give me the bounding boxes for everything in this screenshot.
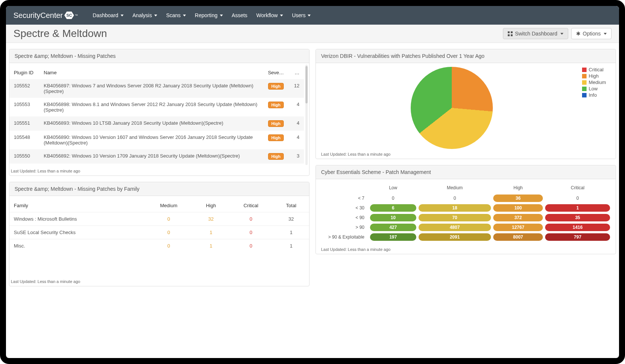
legend-label: Low xyxy=(589,86,598,91)
legend-swatch xyxy=(582,68,587,72)
col-name[interactable]: Name xyxy=(39,66,263,79)
nav-item-scans[interactable]: Scans xyxy=(166,12,186,18)
switch-dashboard-button[interactable]: Switch Dashboard xyxy=(503,28,568,39)
nav-item-users[interactable]: Users xyxy=(292,12,311,18)
table-row[interactable]: 105553KB4056898: Windows 8.1 and Windows… xyxy=(9,98,304,116)
legend-item[interactable]: Low xyxy=(582,86,606,91)
nav-item-analysis[interactable]: Analysis xyxy=(133,12,157,18)
plugin-name: KB4056892: Windows 10 Version 1709 Janua… xyxy=(39,149,263,164)
chevron-down-icon xyxy=(280,15,283,16)
legend-item[interactable]: Medium xyxy=(582,80,606,85)
panel-updated: Last Updated: Less than a minute ago xyxy=(316,245,616,254)
legend-label: Critical xyxy=(589,67,604,72)
grid-icon xyxy=(508,31,513,36)
missing-patches-panel: Spectre &amp; Meltdown - Missing Patches… xyxy=(9,49,310,176)
matrix-row[interactable]: > 904274807127671416 xyxy=(320,223,611,232)
medium-val: 0 xyxy=(144,212,193,226)
matrix-row[interactable]: < 700360 xyxy=(320,193,611,203)
table-row[interactable]: 105550KB4056892: Windows 10 Version 1709… xyxy=(9,149,304,164)
legend-label: Medium xyxy=(589,80,606,85)
matrix-cell: 100 xyxy=(493,204,543,212)
count: 4 xyxy=(289,98,304,116)
matrix-cell: 2091 xyxy=(419,233,491,241)
panel-title: Spectre &amp; Meltdown - Missing Patches xyxy=(9,49,309,63)
plugin-name: KB4056897: Windows 7 and Windows Server … xyxy=(39,79,263,98)
col-total[interactable]: Total xyxy=(273,199,309,212)
critical-val: 0 xyxy=(228,239,273,253)
legend-item[interactable]: Info xyxy=(582,92,606,98)
family-name: Misc. xyxy=(9,239,144,253)
trademark-icon: ™ xyxy=(75,14,78,17)
legend-item[interactable]: High xyxy=(582,73,606,79)
nav-item-assets[interactable]: Assets xyxy=(232,12,248,18)
matrix-cell: 197 xyxy=(370,233,416,241)
col-severity[interactable]: Seve… xyxy=(263,66,289,79)
severity-badge: High xyxy=(268,134,284,141)
brand-name: SecurityCenter xyxy=(13,11,63,20)
patches-by-family-table: Family Medium High Critical Total Window… xyxy=(9,199,309,252)
count: 4 xyxy=(289,116,304,131)
switch-dashboard-label: Switch Dashboard xyxy=(515,31,557,37)
chart-legend: CriticalHighMediumLowInfo xyxy=(582,67,610,149)
matrix-cell: 70 xyxy=(419,214,491,221)
col-count[interactable]: … xyxy=(289,66,304,79)
col-medium[interactable]: Medium xyxy=(144,199,193,212)
chevron-down-icon xyxy=(121,15,124,16)
chevron-down-icon xyxy=(183,15,186,16)
brand-badge-icon: SC xyxy=(64,11,74,19)
matrix-cell: 797 xyxy=(545,233,610,241)
plugin-id: 105553 xyxy=(9,98,39,116)
plugin-id: 105548 xyxy=(9,131,39,149)
severity-pie-chart[interactable] xyxy=(411,67,493,149)
high-val: 1 xyxy=(193,239,229,253)
count: 12 xyxy=(289,79,304,98)
legend-label: Info xyxy=(589,92,597,98)
plugin-name: KB4056893: Windows 10 LTSB January 2018 … xyxy=(39,116,263,131)
table-row[interactable]: 105552KB4056897: Windows 7 and Windows S… xyxy=(9,79,304,98)
matrix-cell: 0 xyxy=(370,195,416,202)
nav-label: Reporting xyxy=(195,12,218,18)
high-val: 1 xyxy=(193,226,229,239)
chevron-down-icon xyxy=(220,15,223,16)
matrix-cell: 4807 xyxy=(419,224,491,231)
col-critical[interactable]: Critical xyxy=(228,199,273,212)
matrix-row[interactable]: < 90107037235 xyxy=(320,213,611,223)
count: 4 xyxy=(289,131,304,149)
chevron-down-icon xyxy=(560,33,563,35)
nav-label: Scans xyxy=(166,12,181,18)
nav-item-reporting[interactable]: Reporting xyxy=(195,12,223,18)
col-family[interactable]: Family xyxy=(9,199,144,212)
count: 3 xyxy=(289,149,304,164)
panel-title: Cyber Essentials Scheme - Patch Manageme… xyxy=(316,165,616,179)
brand-logo[interactable]: SecurityCenter SC ™ xyxy=(13,11,78,20)
col-low: Low xyxy=(369,182,417,193)
matrix-cell: 35 xyxy=(545,214,610,221)
table-row[interactable]: 105548KB4056890: Windows 10 Version 1607… xyxy=(9,131,304,149)
table-row[interactable]: Windows : Microsoft Bulletins032032 xyxy=(9,212,309,226)
patches-by-family-panel: Spectre &amp; Meltdown - Missing Patches… xyxy=(9,182,310,286)
table-row[interactable]: Misc.0101 xyxy=(9,239,309,253)
col-high[interactable]: High xyxy=(193,199,229,212)
table-row[interactable]: 105551KB4056893: Windows 10 LTSB January… xyxy=(9,116,304,131)
nav-item-workflow[interactable]: Workflow xyxy=(256,12,283,18)
row-label: < 90 xyxy=(320,213,369,223)
panel-updated: Last Updated: Less than a minute ago xyxy=(9,277,309,286)
matrix-row[interactable]: < 306181001 xyxy=(320,203,611,213)
col-medium: Medium xyxy=(417,182,492,193)
panel-title: Verizon DBIR - Vulnerabilities with Patc… xyxy=(316,49,616,63)
table-row[interactable]: SuSE Local Security Checks0101 xyxy=(9,226,309,239)
matrix-cell: 10 xyxy=(370,214,416,221)
options-button[interactable]: ✱ Options xyxy=(571,28,612,39)
scrollbar-thumb[interactable] xyxy=(305,66,308,103)
nav-item-dashboard[interactable]: Dashboard xyxy=(93,12,124,18)
severity-badge: High xyxy=(268,153,284,160)
col-critical: Critical xyxy=(544,182,611,193)
family-name: SuSE Local Security Checks xyxy=(9,226,144,239)
panel-title: Spectre &amp; Meltdown - Missing Patches… xyxy=(9,182,309,196)
legend-item[interactable]: Critical xyxy=(582,67,606,72)
col-plugin-id[interactable]: Plugin ID xyxy=(9,66,39,79)
matrix-cell: 372 xyxy=(493,214,543,221)
matrix-row[interactable]: > 90 & Exploitable19720918007797 xyxy=(320,232,611,242)
nav-label: Dashboard xyxy=(93,12,118,18)
plugin-name: KB4056890: Windows 10 Version 1607 and W… xyxy=(39,131,263,149)
